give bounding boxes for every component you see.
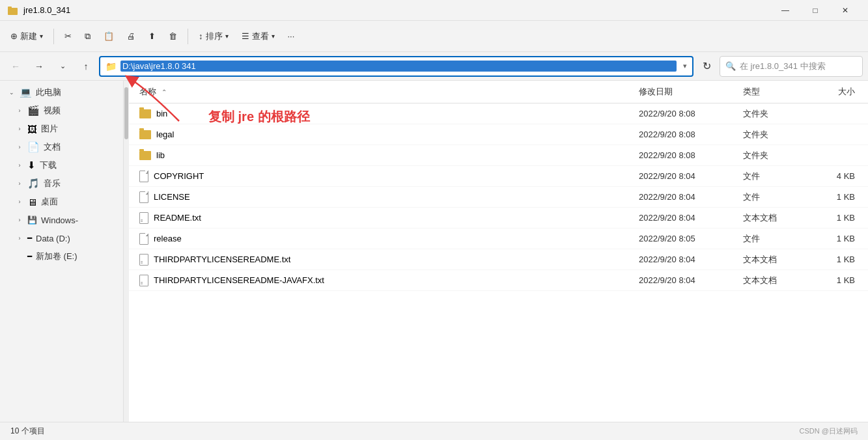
titlebar-title: jre1.8.0_341 <box>23 5 70 15</box>
sidebar-item-music[interactable]: › 🎵 音乐 <box>0 174 123 193</box>
data-d-icon: ━ <box>27 234 32 243</box>
refresh-button[interactable]: ↻ <box>696 56 717 77</box>
print-icon: 🖨 <box>127 31 135 41</box>
search-placeholder: 在 jre1.8.0_341 中搜索 <box>740 61 826 72</box>
up-button[interactable]: ↑ <box>76 56 96 77</box>
delete-button[interactable]: 🗑 <box>163 25 182 48</box>
column-date[interactable]: 修改日期 <box>634 83 738 100</box>
file-size-cell: 1 KB <box>816 252 868 267</box>
sort-indicator: ⌃ <box>161 89 167 96</box>
new-chevron-icon: ▾ <box>40 33 43 40</box>
column-type[interactable]: 类型 <box>738 83 816 100</box>
file-type-cell: 文本文档 <box>738 251 816 268</box>
new-icon: ⊕ <box>10 31 18 41</box>
sidebar-label-video: 视频 <box>44 105 61 117</box>
search-box[interactable]: 🔍 在 jre1.8.0_341 中搜索 <box>720 56 863 77</box>
sort-chevron-icon: ▾ <box>225 33 229 40</box>
sidebar-label-music: 音乐 <box>44 178 61 189</box>
recent-button[interactable]: ⌄ <box>52 56 73 77</box>
file-date-cell: 2022/9/20 8:04 <box>634 189 738 204</box>
paste-button[interactable]: 📋 <box>98 25 119 48</box>
new-button[interactable]: ⊕ 新建 ▾ <box>5 25 48 48</box>
file-size-cell: 4 KB <box>816 169 868 184</box>
toolbar: ⊕ 新建 ▾ ✂ ⧉ 📋 🖨 ⬆ 🗑 ↕ 排序 ▾ ☰ 查看 ▾ ··· <box>0 21 868 52</box>
file-size-cell: 1 KB <box>816 210 868 225</box>
address-bar[interactable]: 📁 D:\java\jre1.8.0 341 ▾ <box>99 56 693 77</box>
sidebar-item-pictures[interactable]: › 🖼 图片 <box>0 120 123 138</box>
table-row[interactable]: THIRDPARTYLICENSEREADME-JAVAFX.txt 2022/… <box>129 270 868 291</box>
file-date-cell: 2022/9/20 8:08 <box>634 106 738 121</box>
print-button[interactable]: 🖨 <box>122 25 141 48</box>
chevron-right-icon-5: › <box>16 180 23 187</box>
sort-icon: ↕ <box>199 31 203 41</box>
sidebar-item-windows[interactable]: › 💾 Windows- <box>0 211 123 229</box>
file-size-cell: 1 KB <box>816 273 868 288</box>
file-name-cell: THIRDPARTYLICENSEREADME-JAVAFX.txt <box>129 272 634 289</box>
maximize-button[interactable]: □ <box>800 0 830 21</box>
share-button[interactable]: ⬆ <box>143 25 161 48</box>
column-name[interactable]: 名称 ⌃ <box>129 83 634 100</box>
view-label: 查看 <box>252 31 269 42</box>
new-volume-e-icon: ━ <box>27 252 32 261</box>
sidebar-item-documents[interactable]: › 📄 文档 <box>0 138 123 156</box>
address-folder-icon: 📁 <box>105 61 117 72</box>
file-date-cell: 2022/9/20 8:04 <box>634 273 738 288</box>
sidebar-item-desktop[interactable]: › 🖥 桌面 <box>0 193 123 211</box>
file-size-cell <box>816 132 868 137</box>
table-row[interactable]: release 2022/9/20 8:05 文件 1 KB <box>129 228 868 249</box>
table-row[interactable]: LICENSE 2022/9/20 8:04 文件 1 KB <box>129 187 868 208</box>
sidebar-item-downloads[interactable]: › ⬇ 下载 <box>0 156 123 174</box>
file-name-label: THIRDPARTYLICENSEREADME-JAVAFX.txt <box>154 275 324 285</box>
more-button[interactable]: ··· <box>283 25 300 48</box>
minimize-button[interactable]: — <box>770 0 800 21</box>
file-size-cell <box>816 153 868 158</box>
table-row[interactable]: COPYRIGHT 2022/9/20 8:04 文件 4 KB <box>129 166 868 187</box>
sort-button[interactable]: ↕ 排序 ▾ <box>193 25 234 48</box>
titlebar-app-icon <box>8 5 18 16</box>
close-button[interactable]: ✕ <box>830 0 860 21</box>
table-row[interactable]: lib 2022/9/20 8:08 文件夹 <box>129 145 868 166</box>
sidebar-label-windows: Windows- <box>41 215 78 225</box>
titlebar-left: jre1.8.0_341 <box>8 5 70 16</box>
file-name-label: README.txt <box>154 213 201 223</box>
sort-label: 排序 <box>206 31 223 42</box>
sidebar-scrollbar[interactable] <box>124 81 129 422</box>
view-button[interactable]: ☰ 查看 ▾ <box>236 25 280 48</box>
file-name-cell: release <box>129 230 634 247</box>
table-row[interactable]: README.txt 2022/9/20 8:04 文本文档 1 KB <box>129 208 868 228</box>
folder-icon <box>139 130 151 139</box>
folder-icon <box>139 109 151 118</box>
table-row[interactable]: THIRDPARTYLICENSEREADME.txt 2022/9/20 8:… <box>129 249 868 270</box>
forward-button[interactable]: → <box>29 56 49 77</box>
copy-button[interactable]: ⧉ <box>79 25 96 48</box>
svg-rect-0 <box>8 8 18 15</box>
file-area: 名称 ⌃ 修改日期 类型 大小 bin 2022/9/20 8:08 <box>129 81 868 422</box>
file-type-cell: 文件夹 <box>738 147 816 164</box>
view-icon: ☰ <box>242 31 249 41</box>
sidebar-item-video[interactable]: › 🎬 视频 <box>0 102 123 120</box>
chevron-right-icon-4: › <box>16 162 23 169</box>
file-date-cell: 2022/9/20 8:04 <box>634 210 738 225</box>
downloads-icon: ⬇ <box>27 159 36 171</box>
pictures-icon: 🖼 <box>27 124 37 135</box>
chevron-right-icon-6: › <box>16 199 23 205</box>
delete-icon: 🗑 <box>169 31 177 41</box>
table-row[interactable]: legal 2022/9/20 8:08 文件夹 <box>129 124 868 145</box>
watermark: CSDN @日述网码 <box>800 426 858 436</box>
sidebar-item-this-pc[interactable]: ⌄ 💻 此电脑 <box>0 83 123 102</box>
file-icon <box>139 171 148 182</box>
file-icon <box>139 191 148 203</box>
sidebar-label-pictures: 图片 <box>41 123 58 135</box>
file-type-cell: 文本文档 <box>738 272 816 289</box>
file-icon <box>139 233 148 245</box>
back-button[interactable]: ← <box>5 56 26 77</box>
windows-drive-icon: 💾 <box>27 215 37 225</box>
column-size[interactable]: 大小 <box>816 83 868 100</box>
table-row[interactable]: bin 2022/9/20 8:08 文件夹 <box>129 103 868 124</box>
sidebar-item-new-volume-e[interactable]: › ━ 新加卷 (E:) <box>0 247 123 266</box>
share-icon: ⬆ <box>148 31 156 41</box>
file-name-label: lib <box>156 150 165 160</box>
cut-button[interactable]: ✂ <box>59 25 77 48</box>
sidebar-label-documents: 文档 <box>44 141 61 153</box>
sidebar-item-data-d[interactable]: › ━ Data (D:) <box>0 229 123 247</box>
